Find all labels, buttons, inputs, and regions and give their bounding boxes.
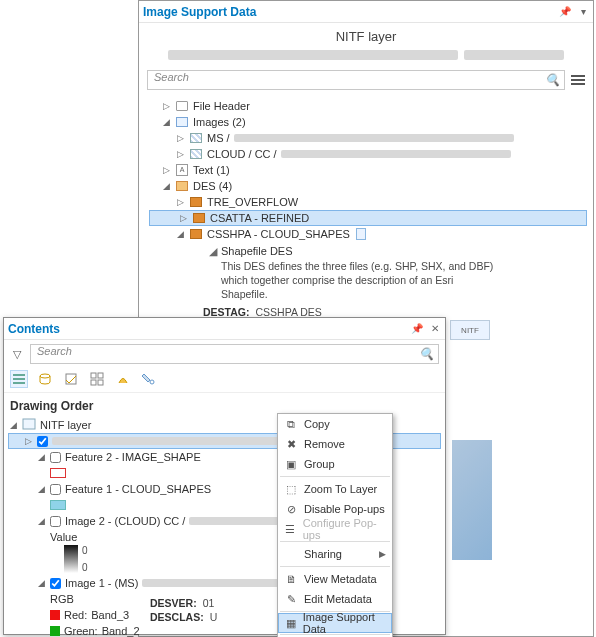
menu-image-support-data[interactable]: ▦Image Support Data xyxy=(278,613,392,633)
menu-remove[interactable]: ✖Remove xyxy=(278,434,392,454)
edit-metadata-icon: ✎ xyxy=(284,592,298,606)
tree-ms[interactable]: ▷ MS / xyxy=(147,130,589,146)
layer-context-menu: ⧉Copy ✖Remove ▣Group ⬚Zoom To Layer ⊘Dis… xyxy=(277,413,393,637)
list-by-source-button[interactable] xyxy=(36,370,54,388)
svg-rect-10 xyxy=(23,419,35,429)
group-icon: ▣ xyxy=(284,457,298,471)
isd-title: Image Support Data xyxy=(143,5,559,19)
menu-edit-metadata[interactable]: ✎Edit Metadata xyxy=(278,589,392,609)
contents-toolbar xyxy=(4,368,445,393)
svg-rect-7 xyxy=(91,380,96,385)
menu-group[interactable]: ▣Group xyxy=(278,454,392,474)
layer-visibility-checkbox[interactable] xyxy=(50,516,61,527)
svg-rect-2 xyxy=(13,382,25,384)
menu-sharing[interactable]: Sharing▶ xyxy=(278,544,392,564)
panel-menu-icon[interactable]: ▾ xyxy=(577,6,589,18)
tree-images[interactable]: ◢ Images (2) xyxy=(147,114,589,130)
svg-rect-0 xyxy=(13,374,25,376)
search-icon[interactable]: 🔍 xyxy=(545,73,560,87)
docked-nitf-tab[interactable]: NITF xyxy=(450,320,490,340)
nitf-layer-icon xyxy=(22,418,36,432)
menu-configure-popups: ☰Configure Pop-ups xyxy=(278,519,392,539)
isd-redacted-id xyxy=(139,46,593,70)
layer-visibility-checkbox[interactable] xyxy=(50,452,61,463)
red-swatch-icon xyxy=(50,610,60,620)
menu-copy[interactable]: ⧉Copy xyxy=(278,414,392,434)
isd-header: Image Support Data 📌 ▾ xyxy=(139,1,593,23)
svg-rect-6 xyxy=(98,373,103,378)
svg-rect-8 xyxy=(98,380,103,385)
tree-file-header[interactable]: ▷ File Header xyxy=(147,98,589,114)
green-swatch-icon xyxy=(50,626,60,636)
remove-icon: ✖ xyxy=(284,437,298,451)
tree-des[interactable]: ◢ DES (4) xyxy=(147,178,589,194)
shapefile-description: ◢ Shapefile DES This DES defines the thr… xyxy=(203,242,589,303)
menu-view-metadata[interactable]: 🗎View Metadata xyxy=(278,569,392,589)
isd-search-input[interactable]: Search 🔍 xyxy=(147,70,565,90)
svg-rect-5 xyxy=(91,373,96,378)
isd-subtitle: NITF layer xyxy=(139,23,593,46)
list-by-editing-button[interactable] xyxy=(88,370,106,388)
isd-tree: ▷ File Header ◢ Images (2) ▷ MS / ▷ CLOU… xyxy=(139,96,593,341)
layer-visibility-checkbox[interactable] xyxy=(50,484,61,495)
isd-icon: ▦ xyxy=(285,616,297,630)
menu-disable-popups[interactable]: ⊘Disable Pop-ups xyxy=(278,499,392,519)
tree-csshpa[interactable]: ◢ CSSHPA - CLOUD_SHAPES xyxy=(147,226,589,242)
svg-rect-4 xyxy=(66,374,76,384)
disable-popups-icon: ⊘ xyxy=(284,502,298,516)
list-by-labeling-button[interactable] xyxy=(140,370,158,388)
zoom-icon: ⬚ xyxy=(284,482,298,496)
svg-point-9 xyxy=(150,380,154,384)
svg-point-3 xyxy=(40,374,50,378)
layer-visibility-checkbox[interactable] xyxy=(37,436,48,447)
chevron-right-icon: ▶ xyxy=(379,549,386,559)
contents-title: Contents xyxy=(8,322,411,336)
svg-rect-1 xyxy=(13,378,25,380)
doc-icon xyxy=(354,228,368,240)
filter-funnel-icon[interactable]: ▽ xyxy=(10,347,24,361)
tree-cloud[interactable]: ▷ CLOUD / CC / xyxy=(147,146,589,162)
menu-zoom-to-layer[interactable]: ⬚Zoom To Layer xyxy=(278,479,392,499)
map-thumbnail xyxy=(452,440,492,560)
contents-search-input[interactable]: Search 🔍 xyxy=(30,344,439,364)
close-icon[interactable]: ✕ xyxy=(429,323,441,335)
list-by-snapping-button[interactable] xyxy=(114,370,132,388)
list-by-drawing-order-button[interactable] xyxy=(10,370,28,388)
tree-text[interactable]: ▷A Text (1) xyxy=(147,162,589,178)
value-color-ramp[interactable] xyxy=(64,545,78,573)
configure-popups-icon: ☰ xyxy=(284,522,297,536)
tree-csatta-selected[interactable]: ▷ CSATTA - REFINED xyxy=(149,210,587,226)
isd-bottom-kv: DESVER:01 DESCLAS:U xyxy=(150,595,217,623)
copy-icon: ⧉ xyxy=(284,417,298,431)
search-icon[interactable]: 🔍 xyxy=(419,347,434,361)
tree-tre-overflow[interactable]: ▷ TRE_OVERFLOW xyxy=(147,194,589,210)
isd-menu-icon[interactable] xyxy=(571,75,585,85)
layer-visibility-checkbox[interactable] xyxy=(50,578,61,589)
view-metadata-icon: 🗎 xyxy=(284,572,298,586)
isd-search-placeholder: Search xyxy=(154,71,189,83)
autohide-pin-icon[interactable]: 📌 xyxy=(411,323,423,335)
autohide-pin-icon[interactable]: 📌 xyxy=(559,6,571,18)
list-by-selection-button[interactable] xyxy=(62,370,80,388)
